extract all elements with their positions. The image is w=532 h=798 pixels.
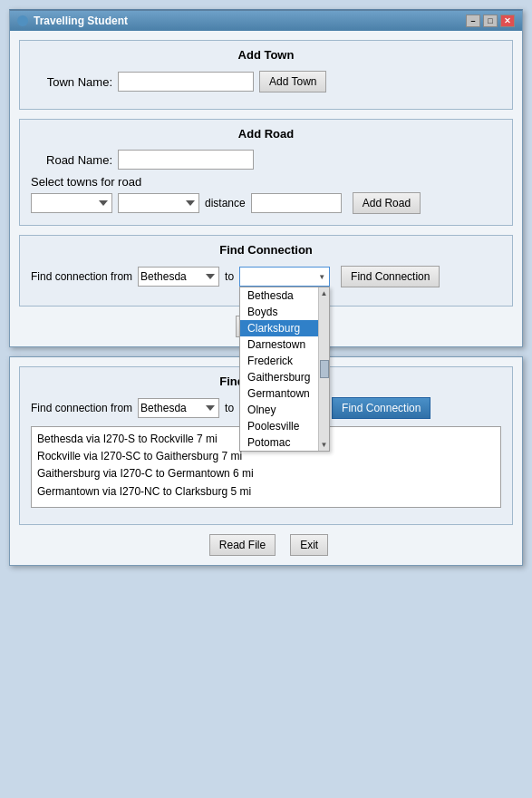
scroll-down-arrow[interactable]: ▼ bbox=[321, 441, 328, 449]
window-title: Travelling Student bbox=[34, 15, 128, 27]
maximize-button[interactable]: □ bbox=[483, 15, 498, 27]
result-from-dropdown[interactable]: Bethesda bbox=[138, 398, 219, 418]
distance-input[interactable] bbox=[251, 193, 342, 213]
add-road-section: Add Road Road Name: Select towns for roa… bbox=[19, 119, 513, 226]
list-item-bethesda[interactable]: Bethesda bbox=[240, 287, 318, 304]
find-label: Find connection from bbox=[31, 270, 132, 283]
result-to-label: to bbox=[225, 402, 234, 414]
window-content: Add Town Town Name: Add Town Add Road Ro… bbox=[10, 31, 522, 346]
dropdown-items: Bethesda Boyds Clarksburg Darnestown Fre… bbox=[240, 287, 318, 451]
list-item-gaithersburg[interactable]: Gaithersburg bbox=[240, 369, 318, 385]
add-town-section: Add Town Town Name: Add Town bbox=[19, 40, 513, 110]
list-item-boyds[interactable]: Boyds bbox=[240, 304, 318, 320]
minimize-button[interactable]: – bbox=[466, 15, 480, 27]
town-name-label: Town Name: bbox=[31, 75, 112, 89]
title-bar: Travelling Student – □ ✕ bbox=[10, 11, 522, 31]
list-item-potomac[interactable]: Potomac bbox=[240, 434, 318, 451]
add-town-button[interactable]: Add Town bbox=[259, 71, 326, 92]
town-name-row: Town Name: Add Town bbox=[31, 71, 501, 92]
to-dropdown-button[interactable] bbox=[239, 267, 330, 287]
find-connection-row: Find connection from Bethesda to Bethesd… bbox=[31, 266, 501, 287]
scrollbar[interactable]: ▲ ▼ bbox=[318, 287, 329, 451]
close-button[interactable]: ✕ bbox=[500, 15, 515, 27]
road-name-input[interactable] bbox=[118, 150, 254, 170]
list-item-darnestown[interactable]: Darnestown bbox=[240, 336, 318, 353]
list-item-clarksburg[interactable]: Clarksburg bbox=[240, 320, 318, 336]
road-towns-row: distance Add Road bbox=[31, 192, 501, 214]
list-item-poolesville[interactable]: Poolesville bbox=[240, 418, 318, 434]
result-line-3: Gaithersburg via I270-C to Germantown 6 … bbox=[37, 465, 495, 482]
distance-label: distance bbox=[205, 197, 246, 209]
find-connection-section: Find Connection Find connection from Bet… bbox=[19, 235, 513, 307]
app-icon bbox=[17, 15, 28, 26]
add-road-title: Add Road bbox=[31, 127, 501, 141]
road-from-dropdown[interactable] bbox=[31, 193, 112, 213]
list-item-olney[interactable]: Olney bbox=[240, 402, 318, 418]
add-town-title: Add Town bbox=[31, 48, 501, 62]
road-name-label: Road Name: bbox=[31, 153, 112, 167]
result-find-label: Find connection from bbox=[31, 402, 132, 414]
result-find-button[interactable]: Find Connection bbox=[332, 397, 430, 419]
find-connection-title: Find Connection bbox=[31, 243, 501, 257]
add-road-button[interactable]: Add Road bbox=[353, 192, 421, 214]
list-item-frederick[interactable]: Frederick bbox=[240, 353, 318, 369]
dropdown-list: Bethesda Boyds Clarksburg Darnestown Fre… bbox=[239, 287, 330, 452]
to-dropdown-container: Bethesda Boyds Clarksburg Darnestown Fre… bbox=[239, 267, 330, 287]
scroll-up-arrow[interactable]: ▲ bbox=[321, 289, 328, 297]
result-read-file-button[interactable]: Read File bbox=[209, 534, 276, 556]
main-window: Travelling Student – □ ✕ Add Town Town N… bbox=[9, 9, 523, 347]
to-label: to bbox=[225, 270, 234, 283]
title-bar-controls: – □ ✕ bbox=[466, 15, 515, 27]
dropdown-list-inner: Bethesda Boyds Clarksburg Darnestown Fre… bbox=[240, 287, 329, 451]
result-line-4: Germantown via I270-NC to Clarksburg 5 m… bbox=[37, 483, 495, 501]
road-name-row: Road Name: bbox=[31, 150, 501, 170]
list-item-germantown[interactable]: Germantown bbox=[240, 385, 318, 402]
road-to-dropdown[interactable] bbox=[118, 193, 199, 213]
scroll-thumb[interactable] bbox=[320, 360, 329, 378]
find-connection-button[interactable]: Find Connection bbox=[341, 266, 440, 287]
select-towns-label: Select towns for road bbox=[31, 175, 501, 189]
town-name-input[interactable] bbox=[118, 72, 254, 92]
bottom-row: Read File Exit bbox=[19, 534, 513, 556]
from-dropdown[interactable]: Bethesda bbox=[138, 267, 219, 287]
exit-button[interactable]: Exit bbox=[290, 534, 328, 556]
